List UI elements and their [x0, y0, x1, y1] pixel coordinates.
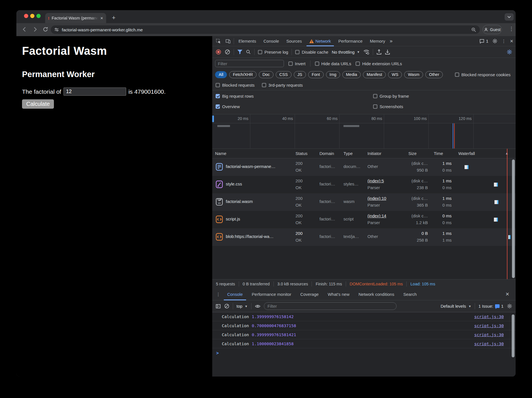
browser-menu-icon[interactable]: ⋮: [509, 26, 514, 32]
network-filter-input[interactable]: [215, 60, 284, 67]
console-sidebar-icon[interactable]: [216, 304, 221, 309]
console-filter-input[interactable]: [264, 302, 397, 310]
issues-chip[interactable]: 1 Issue: 1: [478, 304, 503, 309]
record-network-log-icon[interactable]: [216, 49, 221, 55]
search-icon[interactable]: [246, 49, 251, 54]
console-message[interactable]: Calculation 0.7000000476837158 script.js…: [212, 321, 516, 330]
type-filter-wasm[interactable]: Wasm: [404, 71, 423, 78]
url-text[interactable]: factorial-wasm-permanent-worker.glitch.m…: [62, 27, 468, 32]
clear-console-icon[interactable]: [224, 303, 229, 309]
type-filter-css[interactable]: CSS: [276, 71, 292, 78]
console-message[interactable]: Calculation 1.100000023841858 script.js:…: [212, 339, 516, 348]
console-settings-gear-icon[interactable]: [507, 303, 512, 309]
initiator-link[interactable]: (index):5: [367, 178, 404, 183]
tab-network[interactable]: Network: [306, 36, 334, 46]
export-har-icon[interactable]: [385, 49, 390, 55]
type-filter-js[interactable]: JS: [294, 71, 306, 78]
context-selector[interactable]: top▼: [237, 304, 248, 309]
type-filter-img[interactable]: Img: [326, 71, 340, 78]
request-row-blob[interactable]: blob:https://factorial-wa… 200 OK factor…: [212, 228, 516, 246]
type-filter-doc[interactable]: Doc: [259, 71, 273, 78]
initiator-link[interactable]: (index):14: [367, 213, 404, 218]
type-filter-media[interactable]: Media: [342, 71, 361, 78]
column-waterfall[interactable]: Waterfall: [458, 151, 475, 156]
group-by-frame-checkbox[interactable]: Group by frame: [373, 94, 409, 99]
live-expression-eye-icon[interactable]: [255, 304, 260, 309]
tab-memory[interactable]: Memory: [367, 36, 388, 46]
column-domain[interactable]: Domain: [319, 151, 334, 156]
browser-tab[interactable]: ! Factorial Wasm (permanent W ✕: [45, 13, 106, 23]
reload-icon[interactable]: [42, 26, 49, 32]
drawer-tab-console[interactable]: Console: [224, 288, 246, 300]
network-settings-gear-icon[interactable]: [507, 49, 512, 55]
type-filter-font[interactable]: Font: [308, 71, 324, 78]
site-settings-icon[interactable]: [54, 27, 59, 32]
tab-elements[interactable]: Elements: [236, 36, 259, 46]
network-overview[interactable]: [212, 123, 516, 149]
table-scrollbar[interactable]: [512, 159, 515, 278]
drawer-tab-search[interactable]: Search: [400, 288, 420, 300]
device-toolbar-icon[interactable]: [225, 38, 231, 44]
console-scrollbar[interactable]: [512, 314, 515, 357]
console-message[interactable]: Calculation 1.399999976158142 script.js:…: [212, 312, 516, 321]
type-filter-ws[interactable]: WS: [388, 71, 402, 78]
profile-chip[interactable]: Guest: [483, 25, 502, 34]
column-size[interactable]: Size: [408, 151, 417, 156]
overview-drag-handle[interactable]: [212, 115, 214, 122]
request-row-document[interactable]: factorial-wasm-permane… 200 OK factori… …: [212, 158, 516, 176]
factorial-input[interactable]: [64, 88, 126, 96]
minimize-window-button[interactable]: [30, 14, 34, 18]
zoom-page-icon[interactable]: [471, 27, 476, 32]
type-filter-all[interactable]: All: [215, 71, 227, 78]
source-link[interactable]: script.js:30: [474, 333, 504, 337]
preserve-log-checkbox[interactable]: Preserve log: [258, 50, 288, 54]
maximize-window-button[interactable]: [36, 14, 41, 18]
request-row-script[interactable]: script.js 200 OK factori… script (index)…: [212, 211, 516, 228]
url-bar[interactable]: factorial-wasm-permanent-worker.glitch.m…: [51, 25, 480, 34]
invert-checkbox[interactable]: Invert: [288, 61, 306, 66]
throttling-select[interactable]: No throttling▼: [332, 50, 360, 54]
request-row-stylesheet[interactable]: style.css 200 OK factori… styles… (index…: [212, 176, 516, 193]
drawer-tab-performance-monitor[interactable]: Performance monitor: [248, 288, 295, 300]
issues-counter[interactable]: 1: [480, 39, 488, 43]
blocked-requests-checkbox[interactable]: Blocked requests: [216, 83, 255, 88]
big-request-rows-checkbox[interactable]: Big request rows: [216, 94, 254, 99]
log-levels-select[interactable]: Default levels▼: [441, 304, 471, 309]
column-name[interactable]: Name: [215, 151, 226, 156]
screenshots-checkbox[interactable]: Screenshots: [373, 104, 403, 109]
network-conditions-icon[interactable]: [363, 49, 369, 54]
import-har-icon[interactable]: [376, 49, 382, 55]
close-drawer-icon[interactable]: ✕: [505, 291, 513, 297]
initiator-link[interactable]: (index):10: [367, 196, 404, 201]
source-link[interactable]: script.js:30: [474, 342, 504, 346]
overview-checkbox[interactable]: Overview: [216, 104, 240, 109]
close-tab-icon[interactable]: ✕: [100, 16, 103, 20]
tab-console[interactable]: Console: [261, 36, 282, 46]
tab-search-chevron-button[interactable]: [505, 13, 514, 21]
filter-funnel-icon[interactable]: [237, 50, 242, 54]
close-window-button[interactable]: [24, 14, 28, 18]
drawer-tab-network-conditions[interactable]: Network conditions: [355, 288, 398, 300]
type-filter-other[interactable]: Other: [425, 71, 443, 78]
close-devtools-icon[interactable]: ✕: [510, 39, 513, 44]
column-time[interactable]: Time: [434, 151, 443, 156]
tab-performance[interactable]: Performance: [336, 36, 365, 46]
source-link[interactable]: script.js:30: [474, 323, 504, 328]
drawer-tab-coverage[interactable]: Coverage: [297, 288, 322, 300]
more-tabs-icon[interactable]: »: [390, 38, 393, 44]
calculate-button[interactable]: Calculate: [22, 99, 54, 109]
column-initiator[interactable]: Initiator: [367, 151, 381, 156]
third-party-requests-checkbox[interactable]: 3rd-party requests: [262, 83, 303, 88]
inspect-element-icon[interactable]: [216, 38, 221, 44]
devtools-menu-icon[interactable]: ⋮: [502, 39, 506, 44]
request-row-wasm[interactable]: wa factorial.wasm 200 OK factori… wasm (…: [212, 193, 516, 211]
tab-sources[interactable]: Sources: [284, 36, 305, 46]
column-type[interactable]: Type: [343, 151, 353, 156]
blocked-response-cookies-checkbox[interactable]: Blocked response cookies: [455, 72, 513, 77]
hide-data-urls-checkbox[interactable]: Hide data URLs: [315, 61, 351, 66]
type-filter-fetchxhr[interactable]: Fetch/XHR: [229, 71, 257, 78]
console-message[interactable]: Calculation 0.3999999761581421 script.js…: [212, 330, 516, 339]
source-link[interactable]: script.js:30: [474, 314, 504, 319]
drawer-menu-icon[interactable]: ⋮: [215, 292, 222, 297]
new-tab-button[interactable]: +: [110, 14, 118, 22]
